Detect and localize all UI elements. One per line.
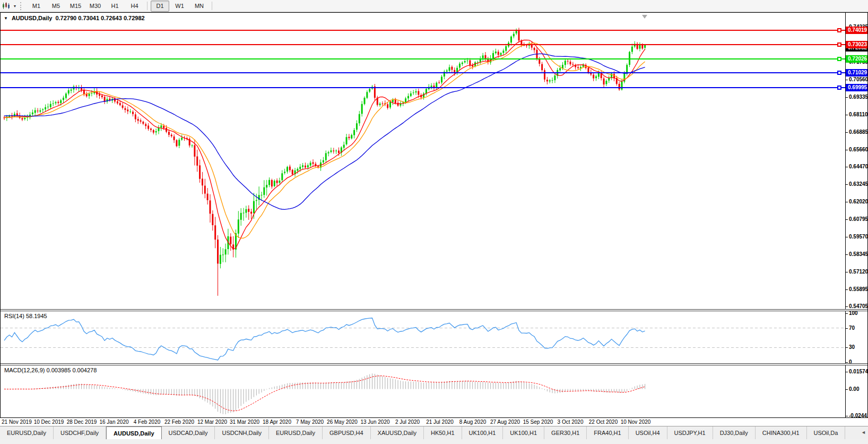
main-chart-canvas[interactable] — [1, 13, 845, 309]
date-label-13-Jun-2020: 13 Jun 2020 — [360, 419, 389, 425]
date-label-27-Aug-2020: 27 Aug 2020 — [490, 419, 520, 425]
chart-type-dropdown-caret-icon[interactable]: ▼ — [12, 4, 18, 8]
macd-tick-mark — [845, 372, 848, 372]
price-tick-0.57120: 0.57120 — [849, 269, 868, 275]
hline-marker — [837, 28, 841, 32]
date-label-18-Apr-2020: 18 Apr 2020 — [263, 419, 291, 425]
price-level-label-0.69995: 0.69995 — [846, 84, 867, 91]
toolbar-grip[interactable] — [20, 2, 23, 10]
pane-splitter-rsi[interactable] — [1, 309, 867, 311]
toolbar: ▼ M1M5M15M30H1H4D1W1MN — [0, 0, 868, 12]
date-label-3-Oct-2020: 3 Oct 2020 — [558, 419, 584, 425]
tab-eurusd-daily[interactable]: EURUSD,Daily — [0, 426, 54, 439]
hline-marker — [837, 71, 841, 75]
date-label-2-Jul-2020: 2 Jul 2020 — [395, 419, 420, 425]
timeframe-button-M1[interactable]: M1 — [27, 1, 46, 12]
timeframe-button-M15[interactable]: M15 — [66, 1, 85, 12]
hline-marker — [837, 42, 841, 47]
macd-label: MACD(12,26,9) 0.003985 0.004278 — [4, 367, 97, 373]
macd-tick-mark — [845, 416, 848, 416]
price-tick-mark — [845, 219, 848, 220]
price-tick-mark — [845, 115, 848, 115]
price-tick-mark — [845, 184, 848, 185]
timeframe-button-group: M1M5M15M30H1H4D1W1MN — [27, 0, 215, 12]
chart-collapse-caret-icon[interactable]: ▼ — [4, 16, 8, 21]
price-tick-0.69335: 0.69335 — [849, 94, 868, 100]
rsi-level-70: 70 — [849, 325, 855, 331]
price-tick-0.59570: 0.59570 — [849, 234, 868, 240]
hline-resistance-0.74019[interactable] — [1, 30, 845, 31]
tab-fra40-h1[interactable]: FRA40,H1 — [587, 426, 628, 439]
timeframe-button-H1[interactable]: H1 — [106, 1, 124, 12]
date-label-7-May-2020: 7 May 2020 — [296, 419, 324, 425]
hline-support-0.71029[interactable] — [1, 72, 845, 73]
tab-usdjpy-h1[interactable]: USDJPY,H1 — [667, 426, 713, 439]
price-tick-mark — [845, 272, 848, 272]
timeframe-button-H4[interactable]: H4 — [125, 1, 144, 12]
tab-xauusd-daily[interactable]: XAUUSD,Daily — [371, 426, 424, 439]
tab-usdcad-daily[interactable]: USDCAD,Daily — [162, 426, 215, 439]
macd-level-0.015741: 0.015741 — [849, 369, 868, 374]
tab-uk100-h1[interactable]: UK100,H1 — [462, 426, 504, 439]
chart-shift-marker-icon[interactable] — [642, 15, 647, 19]
date-label-12-Mar-2020: 12 Mar 2020 — [197, 419, 227, 425]
hline-marker — [837, 86, 841, 90]
price-tick-0.58345: 0.58345 — [849, 251, 868, 257]
price-tick-0.54705: 0.54705 — [849, 303, 868, 309]
pane-splitter-macd[interactable] — [1, 363, 867, 365]
date-label-10-Nov-2020: 10 Nov 2020 — [621, 419, 651, 425]
price-tick-mark — [845, 202, 848, 202]
rsi-tick-mark — [845, 328, 848, 329]
rsi-level-30: 30 — [849, 344, 855, 350]
price-tick-0.62020: 0.62020 — [849, 199, 868, 204]
rsi-canvas[interactable] — [1, 311, 845, 363]
date-label-28-Dec-2019: 28 Dec 2019 — [67, 419, 97, 425]
price-tick-0.63245: 0.63245 — [849, 181, 868, 187]
chart-tabs: EURUSD,DailyUSDCHF,DailyAUDUSD,DailyUSDC… — [0, 426, 845, 439]
tab-dj30-daily[interactable]: DJ30,Daily — [713, 426, 756, 439]
tab-audusd-daily[interactable]: AUDUSD,Daily — [106, 426, 161, 439]
tab-hk50-h1[interactable]: HK50,H1 — [424, 426, 462, 439]
timeframe-button-D1[interactable]: D1 — [151, 1, 169, 12]
tab-usdcnh-daily[interactable]: USDCNH,Daily — [215, 426, 269, 439]
date-label-4-Feb-2020: 4 Feb 2020 — [134, 419, 161, 425]
date-label-8-Aug-2020: 8 Aug 2020 — [459, 419, 487, 425]
price-tick-mark — [845, 306, 848, 307]
macd-canvas[interactable] — [1, 365, 845, 417]
hline-resistance-0.73023[interactable] — [1, 44, 845, 45]
price-tick-0.65660: 0.65660 — [849, 147, 868, 152]
terminal-window: ▼ M1M5M15M30H1H4D1W1MN ▼ AUDUSD,Daily 0.… — [0, 0, 868, 444]
tab-usdchf-daily[interactable]: USDCHF,Daily — [54, 426, 106, 439]
hline-marker — [837, 57, 841, 61]
date-label-26-May-2020: 26 May 2020 — [327, 419, 358, 425]
tab-gbpusd-h4[interactable]: GBPUSD,H4 — [323, 426, 371, 439]
tab-ger30-h1[interactable]: GER30,H1 — [544, 426, 587, 439]
timeframe-button-M5[interactable]: M5 — [47, 1, 65, 12]
tab-eurusd-daily[interactable]: EURUSD,Daily — [269, 426, 323, 439]
price-tick-mark — [845, 150, 848, 150]
macd-level--0.024412: -0.024412 — [849, 413, 868, 419]
hline-pivot-0.72026[interactable] — [1, 58, 845, 59]
timeframe-button-M30[interactable]: M30 — [86, 1, 105, 12]
price-tick-mark — [845, 80, 848, 80]
price-tick-mark — [845, 132, 848, 133]
price-level-label-0.72026: 0.72026 — [846, 55, 867, 63]
date-label-22-Feb-2020: 22 Feb 2020 — [164, 419, 194, 425]
date-label-21-Jul-2020: 21 Jul 2020 — [426, 419, 454, 425]
timeframe-button-W1[interactable]: W1 — [170, 1, 189, 12]
tab-china300-h1[interactable]: CHINA300,H1 — [756, 426, 807, 439]
tabs-scroll-left-icon[interactable]: ◄ — [861, 430, 866, 435]
rsi-tick-mark — [845, 313, 848, 314]
price-tick-mark — [845, 289, 848, 290]
chart-type-icon[interactable] — [0, 1, 12, 11]
timeframe-button-MN[interactable]: MN — [190, 1, 209, 12]
price-level-label-0.74019: 0.74019 — [846, 27, 867, 34]
chart-title-ohlc: AUDUSD,Daily 0.72790 0.73041 0.72643 0.7… — [12, 15, 145, 21]
price-tick-mark — [845, 167, 848, 167]
date-label-16-Jan-2020: 16 Jan 2020 — [99, 419, 128, 425]
tab-usoil-da[interactable]: USOil,Da — [807, 426, 846, 439]
tab-usoil-h4[interactable]: USOil,H4 — [629, 426, 667, 439]
hline-support-0.69995[interactable] — [1, 87, 845, 88]
price-tick-0.66885: 0.66885 — [849, 129, 868, 135]
tab-uk100-h1[interactable]: UK100,H1 — [503, 426, 544, 439]
